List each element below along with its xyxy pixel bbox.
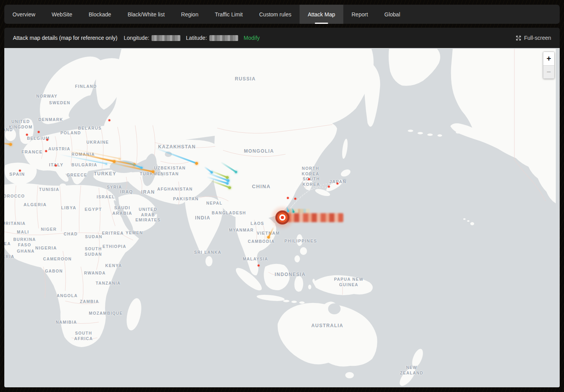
attack-source-dot — [328, 186, 330, 188]
tab-attack-map[interactable]: Attack Map — [300, 5, 343, 24]
fullscreen-label: Full-screen — [524, 35, 551, 41]
tab-traffic-limit[interactable]: Traffic Limit — [207, 5, 251, 24]
tab-custom-rules[interactable]: Custom rules — [251, 5, 300, 24]
zoom-out-button[interactable]: − — [543, 65, 554, 78]
attack-source-dot — [308, 178, 310, 180]
page: OverviewWebSiteBlockadeBlack/White listR… — [0, 0, 564, 392]
latitude-label: Latitude: — [186, 35, 207, 41]
attack-source-dot — [46, 139, 48, 141]
tab-blockade[interactable]: Blockade — [80, 5, 120, 24]
attack-source-dot — [38, 131, 40, 133]
attack-map-toolbar: Attack map details (map for reference on… — [4, 28, 560, 48]
page-title: Attack map details (map for reference on… — [13, 35, 118, 41]
longitude-value-redacted — [152, 35, 180, 41]
modify-link[interactable]: Modify — [244, 35, 260, 41]
attack-source-dot — [287, 197, 289, 199]
fullscreen-button[interactable]: Full-screen — [516, 35, 551, 41]
redacted-artifact — [343, 179, 346, 182]
attack-source-dot — [19, 170, 21, 172]
tab-black-white-list[interactable]: Black/White list — [120, 5, 173, 24]
attack-source-dot — [109, 119, 111, 121]
attack-map-canvas[interactable]: + − RUSSIAFINLANDNORWAYSWEDENDENMARKUNIT… — [4, 48, 560, 387]
nav-tabs: OverviewWebSiteBlockadeBlack/White listR… — [4, 5, 560, 24]
attack-source-dot — [26, 134, 28, 136]
tab-overview[interactable]: Overview — [4, 5, 43, 24]
active-tab-underline — [315, 23, 328, 24]
attack-target-marker[interactable] — [275, 210, 290, 225]
attack-source-dot — [258, 265, 260, 267]
tab-region[interactable]: Region — [173, 5, 207, 24]
attack-source-dot — [55, 165, 57, 167]
tab-global[interactable]: Global — [376, 5, 408, 24]
fullscreen-icon — [516, 35, 521, 41]
latitude-value-redacted — [209, 35, 238, 41]
longitude-label: Longitude: — [124, 35, 149, 41]
map-zoom-control: + − — [543, 52, 555, 79]
tab-website[interactable]: WebSite — [43, 5, 80, 24]
attack-source-dot — [45, 150, 47, 152]
attack-source-dot — [337, 183, 339, 185]
tab-report[interactable]: Report — [343, 5, 376, 24]
attack-source-dot — [294, 198, 296, 200]
zoom-in-button[interactable]: + — [543, 52, 554, 65]
marker-core — [281, 216, 284, 219]
